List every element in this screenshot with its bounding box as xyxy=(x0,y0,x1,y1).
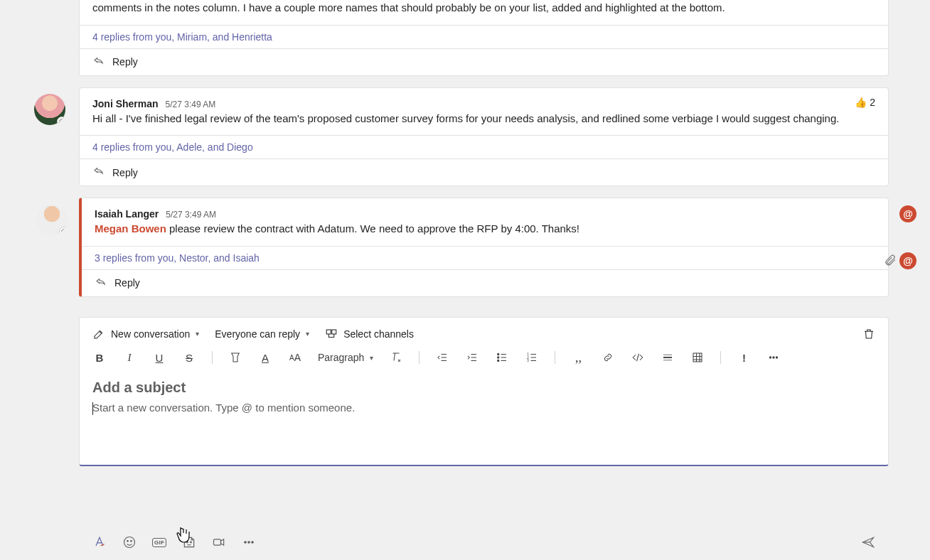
svg-point-15 xyxy=(187,542,188,543)
numbered-list-button[interactable]: 123 xyxy=(525,351,539,364)
quote-button[interactable]: ,, xyxy=(571,350,585,365)
table-button[interactable] xyxy=(690,351,705,364)
svg-point-14 xyxy=(131,541,132,542)
more-actions-button[interactable] xyxy=(241,534,257,550)
reply-button[interactable]: Reply xyxy=(80,48,888,75)
svg-rect-17 xyxy=(214,539,221,545)
paragraph-dropdown[interactable]: Paragraph ▾ xyxy=(318,352,373,363)
sticker-button[interactable] xyxy=(181,534,197,550)
composer: New conversation ▾ Everyone can reply ▾ … xyxy=(79,317,889,466)
compose-icon xyxy=(92,328,105,340)
emoji-button[interactable] xyxy=(122,534,137,550)
gif-button[interactable]: GIF xyxy=(151,534,167,550)
svg-point-18 xyxy=(245,542,247,544)
italic-button[interactable]: I xyxy=(122,352,137,364)
more-icon xyxy=(767,351,780,364)
reply-arrow-icon xyxy=(92,55,105,70)
body-input[interactable]: Start a new conversation. Type @ to ment… xyxy=(80,399,888,465)
replies-link[interactable]: 4 replies from you, Adele, and Diego xyxy=(92,141,253,153)
more-icon xyxy=(242,535,256,549)
send-button[interactable] xyxy=(860,534,876,550)
replies-summary[interactable]: 4 replies from you, Miriam, and Henriett… xyxy=(80,25,888,48)
author-name[interactable]: Isaiah Langer xyxy=(95,208,159,220)
timestamp: 5/27 3:49 AM xyxy=(166,210,216,220)
svg-point-13 xyxy=(127,541,129,542)
select-channels-label: Select channels xyxy=(343,328,414,340)
presence-icon xyxy=(59,227,68,235)
message-text: comments in the notes column. I have a c… xyxy=(92,0,875,16)
highlight-button[interactable] xyxy=(228,351,242,364)
thumbs-up-icon: 👍 xyxy=(855,97,867,108)
replies-summary[interactable]: 3 replies from you, Nestor, and Isaiah xyxy=(82,246,888,269)
indent-icon xyxy=(466,351,479,364)
delete-button[interactable] xyxy=(862,328,875,340)
subject-input[interactable]: Add a subject xyxy=(80,372,888,399)
trash-icon xyxy=(862,328,875,340)
svg-point-11 xyxy=(776,357,778,358)
hr-icon xyxy=(661,351,674,364)
chevron-down-icon: ▾ xyxy=(306,330,309,338)
svg-rect-0 xyxy=(326,330,331,334)
message-body: Joni Sherman 5/27 3:49 AM Hi all - I've … xyxy=(80,88,888,136)
replies-link[interactable]: 3 replies from you, Nestor, and Isaiah xyxy=(95,252,260,264)
send-icon xyxy=(861,535,875,549)
emoji-icon xyxy=(122,535,137,549)
select-channels-button[interactable]: Select channels xyxy=(325,328,414,340)
composer-topbar: New conversation ▾ Everyone can reply ▾ … xyxy=(80,318,888,346)
reply-arrow-icon xyxy=(95,276,107,291)
reply-label: Reply xyxy=(112,167,138,178)
paragraph-label: Paragraph xyxy=(318,352,364,363)
avatar[interactable] xyxy=(34,94,65,125)
message-card: 👍 2 Joni Sherman 5/27 3:49 AM Hi all - I… xyxy=(79,87,889,187)
bullet-list-button[interactable] xyxy=(495,351,509,364)
author-name[interactable]: Joni Sherman xyxy=(92,98,159,109)
hr-button[interactable] xyxy=(661,351,675,364)
mention-name[interactable]: Megan Bowen xyxy=(95,222,166,235)
message-header: Joni Sherman 5/27 3:49 AM xyxy=(92,98,875,109)
reaction-summary[interactable]: 👍 2 xyxy=(855,97,875,108)
outdent-button[interactable] xyxy=(435,351,449,364)
separator xyxy=(720,351,721,364)
underline-button[interactable]: U xyxy=(152,352,166,364)
font-color-button[interactable]: A xyxy=(258,352,272,364)
reply-button[interactable]: Reply xyxy=(80,158,888,185)
link-icon xyxy=(602,351,614,364)
presence-icon xyxy=(57,117,65,125)
message-header: Isaiah Langer 5/27 3:49 AM xyxy=(95,208,875,220)
separator xyxy=(212,351,213,364)
indent-button[interactable] xyxy=(465,351,479,364)
more-options-button[interactable] xyxy=(766,351,781,364)
svg-point-9 xyxy=(770,357,771,358)
reply-arrow-icon xyxy=(92,165,105,180)
table-icon xyxy=(691,351,704,364)
meet-now-button[interactable] xyxy=(211,534,227,550)
svg-point-20 xyxy=(252,542,254,544)
svg-rect-1 xyxy=(332,330,336,334)
chevron-down-icon: ▾ xyxy=(196,330,199,338)
link-button[interactable] xyxy=(601,351,615,364)
strikethrough-button[interactable]: S xyxy=(182,352,196,364)
new-conversation-dropdown[interactable]: New conversation ▾ xyxy=(92,328,199,340)
message-text-after: please review the contract with Adatum. … xyxy=(166,222,579,235)
message-body: Isaiah Langer 5/27 3:49 AM Megan Bowen p… xyxy=(82,198,888,246)
message-text: Hi all - I've finished legal review of t… xyxy=(92,111,875,127)
format-toggle-button[interactable] xyxy=(92,534,107,550)
svg-point-19 xyxy=(248,542,250,544)
reply-button[interactable]: Reply xyxy=(82,269,888,296)
format-icon xyxy=(92,535,107,549)
bottom-action-bar: GIF xyxy=(79,529,889,556)
clear-format-icon xyxy=(390,351,402,364)
numbered-list-icon: 123 xyxy=(525,351,538,364)
svg-rect-8 xyxy=(693,353,702,362)
font-size-button[interactable]: AA xyxy=(288,352,302,363)
reaction-count: 2 xyxy=(870,97,875,108)
reply-scope-dropdown[interactable]: Everyone can reply ▾ xyxy=(215,328,309,340)
replies-link[interactable]: 4 replies from you, Miriam, and Henriett… xyxy=(92,31,272,43)
clear-formatting-button[interactable] xyxy=(389,351,403,364)
bold-button[interactable]: B xyxy=(92,352,107,364)
avatar[interactable] xyxy=(36,204,68,235)
code-button[interactable] xyxy=(631,351,645,364)
replies-summary[interactable]: 4 replies from you, Adele, and Diego xyxy=(80,135,888,158)
important-button[interactable]: ! xyxy=(737,352,751,364)
bullet-list-icon xyxy=(496,351,508,364)
